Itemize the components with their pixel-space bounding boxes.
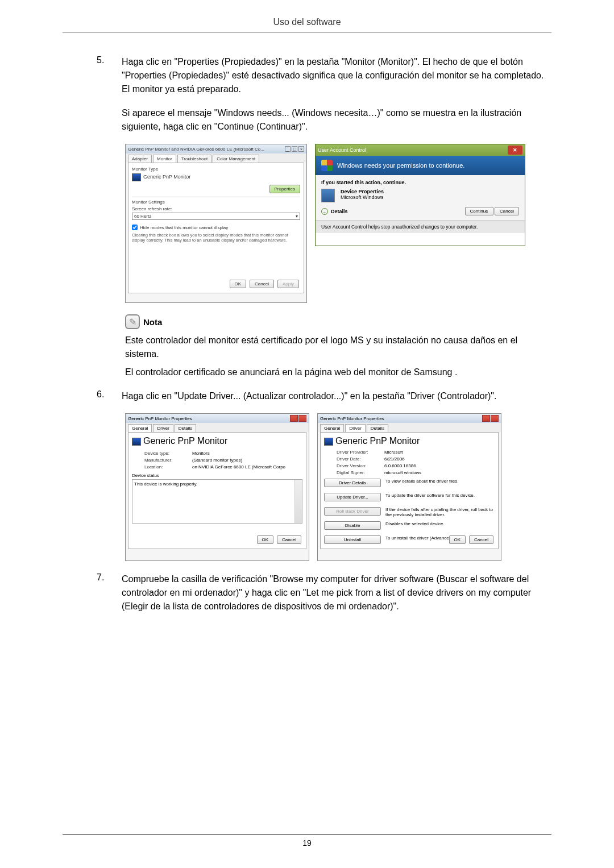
step-6-text: Haga clic en "Update Driver... (Actualiz… xyxy=(122,389,551,403)
maximize-icon[interactable]: □ xyxy=(292,146,297,152)
properties-button[interactable]: Properties xyxy=(269,185,300,193)
minimize-icon[interactable]: _ xyxy=(285,146,291,152)
tab-details[interactable]: Details xyxy=(367,424,388,432)
digital-signer-value: microsoft windows xyxy=(384,470,421,475)
close-icon[interactable]: × xyxy=(298,146,304,152)
tab-troubleshoot[interactable]: Troubleshoot xyxy=(177,155,211,163)
monitor-settings-label: Monitor Settings xyxy=(132,200,300,205)
monitor-properties-general-dialog: Generic PnP Monitor Properties General D… xyxy=(125,413,309,561)
cancel-button[interactable]: Cancel xyxy=(495,207,519,215)
dialog3-title: Generic PnP Monitor Properties xyxy=(128,416,192,421)
close-icon[interactable] xyxy=(491,415,499,422)
tab-general[interactable]: General xyxy=(128,424,152,432)
monitor-type-label: Monitor Type xyxy=(132,167,300,172)
dialog4-window-controls xyxy=(482,415,499,422)
note-paragraph-1: Este controlador del monitor está certif… xyxy=(125,334,551,361)
note-icon: ✎ xyxy=(125,314,140,329)
cancel-button[interactable]: Cancel xyxy=(277,535,301,544)
rollback-driver-button[interactable]: Roll Back Driver xyxy=(324,507,381,516)
driver-date-key: Driver Date: xyxy=(337,456,380,462)
ok-button[interactable]: OK xyxy=(257,535,274,544)
dialog1-window-controls: _ □ × xyxy=(285,146,304,152)
driver-provider-key: Driver Provider: xyxy=(337,450,380,455)
note-label: Nota xyxy=(143,317,162,327)
step-7-text: Compruebe la casilla de verificación "Br… xyxy=(122,572,551,613)
ok-button[interactable]: OK xyxy=(449,535,466,544)
ok-button[interactable]: OK xyxy=(230,280,247,288)
tab-general[interactable]: General xyxy=(320,424,344,432)
dialog1-title: Generic PnP Monitor and NVIDIA GeForce 6… xyxy=(128,147,264,152)
uac-titlebar: User Account Control ✕ xyxy=(316,144,525,156)
device-properties-icon xyxy=(321,189,335,202)
driver-provider-value: Microsoft xyxy=(384,450,403,455)
manufacturer-key: Manufacturer: xyxy=(144,458,188,463)
disable-button[interactable]: Disable xyxy=(324,521,381,530)
monitor-icon xyxy=(132,438,141,446)
page-header: Uso del software xyxy=(63,17,551,27)
close-icon[interactable] xyxy=(298,415,306,422)
step-5-text: Haga clic en "Properties (Propiedades)" … xyxy=(122,55,551,96)
location-value: on NVIDIA GeForce 6600 LE (Microsoft Cor… xyxy=(192,464,285,470)
hide-modes-checkbox[interactable]: Hide modes that this monitor cannot disp… xyxy=(132,225,228,230)
screenshot-row-2: Generic PnP Monitor Properties General D… xyxy=(125,413,551,561)
device-status-label: Device status xyxy=(132,473,302,478)
close-icon[interactable] xyxy=(290,415,298,422)
driver-date-value: 6/21/2006 xyxy=(384,456,405,462)
shield-icon xyxy=(321,160,333,171)
step-5-number: 5. xyxy=(97,55,108,134)
device-type-value: Monitors xyxy=(192,451,210,456)
uninstall-button[interactable]: Uninstall xyxy=(324,535,381,544)
dialog1-tabs: Adapter Monitor Troubleshoot Color Manag… xyxy=(126,153,306,163)
refresh-rate-value: 60 Hertz xyxy=(134,214,151,219)
rollback-driver-desc: If the device fails after updating the d… xyxy=(385,507,495,517)
monitor-properties-dialog: Generic PnP Monitor and NVIDIA GeForce 6… xyxy=(125,144,307,303)
uac-banner: Windows needs your permission to contion… xyxy=(316,156,525,175)
disable-desc: Disables the selected device. xyxy=(385,521,495,526)
hide-modes-description: Clearing this check box allows you to se… xyxy=(132,232,300,243)
step-7-number: 7. xyxy=(97,572,108,613)
digital-signer-key: Digital Signer: xyxy=(337,470,380,475)
tab-details[interactable]: Details xyxy=(175,424,196,432)
location-key: Location: xyxy=(144,464,188,470)
dialog4-monitor-name: Generic PnP Monitor xyxy=(335,436,420,446)
device-type-key: Device type: xyxy=(144,451,188,456)
monitor-properties-driver-dialog: Generic PnP Monitor Properties General D… xyxy=(317,413,501,561)
screenshot-row-1: Generic PnP Monitor and NVIDIA GeForce 6… xyxy=(125,144,551,303)
step-6: 6. Haga clic en "Update Driver... (Actua… xyxy=(97,389,551,403)
refresh-rate-select[interactable]: 60 Hertz ▾ xyxy=(132,213,300,220)
update-driver-button[interactable]: Update Driver... xyxy=(324,493,381,501)
footer-rule xyxy=(63,834,551,835)
uac-footer: User Account Control helps stop unauthor… xyxy=(316,220,525,233)
cancel-button[interactable]: Cancel xyxy=(250,280,274,288)
uac-details-toggle[interactable]: Details xyxy=(331,209,348,214)
cancel-button[interactable]: Cancel xyxy=(469,535,493,544)
driver-details-desc: To view details about the driver files. xyxy=(385,479,495,484)
close-icon[interactable]: ✕ xyxy=(508,146,522,155)
chevron-down-icon: ▾ xyxy=(296,214,298,219)
tab-adapter[interactable]: Adapter xyxy=(128,155,152,163)
monitor-name: Generic PnP Monitor xyxy=(143,174,190,180)
tab-monitor[interactable]: Monitor xyxy=(153,155,176,163)
uac-publisher: Microsoft Windows xyxy=(341,194,384,200)
uac-dialog: User Account Control ✕ Windows needs you… xyxy=(315,144,525,246)
device-status-text: This device is working properly. xyxy=(134,481,197,487)
update-driver-desc: To update the driver software for this d… xyxy=(385,493,495,498)
close-icon[interactable] xyxy=(482,415,490,422)
tab-color-management[interactable]: Color Management xyxy=(213,155,259,163)
uac-subtitle: If you started this action, continue. xyxy=(321,180,519,185)
hide-modes-label: Hide modes that this monitor cannot disp… xyxy=(140,225,228,230)
driver-details-button[interactable]: Driver Details xyxy=(324,479,381,487)
hide-modes-input[interactable] xyxy=(132,225,138,230)
note-paragraph-2: El controlador certificado se anunciará … xyxy=(125,366,551,379)
dialog3-monitor-name: Generic PnP Monitor xyxy=(143,436,227,446)
monitor-icon xyxy=(324,438,333,446)
step-5: 5. Haga clic en "Properties (Propiedades… xyxy=(97,55,551,134)
apply-button[interactable]: Apply xyxy=(277,280,299,288)
chevron-down-icon[interactable]: ⌄ xyxy=(321,208,328,215)
tab-driver[interactable]: Driver xyxy=(345,424,365,432)
uac-banner-text: Windows needs your permission to contion… xyxy=(337,162,464,169)
dialog1-titlebar: Generic PnP Monitor and NVIDIA GeForce 6… xyxy=(126,144,306,153)
continue-button[interactable]: Continue xyxy=(465,207,493,215)
uac-program-name: Device Properties xyxy=(341,189,384,194)
tab-driver[interactable]: Driver xyxy=(153,424,173,432)
